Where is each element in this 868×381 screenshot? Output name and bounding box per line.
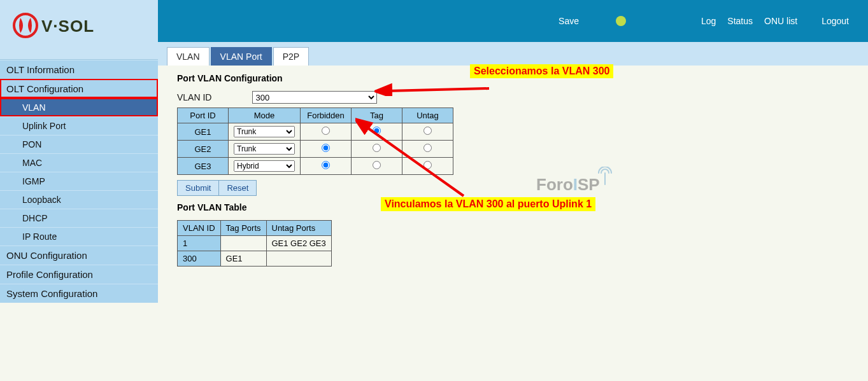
- vlan-tbl-row: 1GE1 GE2 GE3: [178, 236, 332, 251]
- radio-tag[interactable]: [373, 127, 381, 135]
- radio-untag[interactable]: [423, 127, 432, 135]
- onu-list-link[interactable]: ONU list: [764, 16, 797, 26]
- cfg-header: Port ID: [178, 108, 229, 123]
- sidebar-item-uplink-port[interactable]: Uplink Port: [0, 116, 158, 135]
- vlan-tbl-header: Untag Ports: [266, 221, 331, 236]
- sidebar-item-onu-configuration[interactable]: ONU Configuration: [0, 246, 158, 265]
- untag-ports-cell: GE1 GE2 GE3: [266, 236, 331, 251]
- log-link[interactable]: Log: [701, 16, 716, 26]
- cfg-row: GE3Hybrid: [178, 158, 453, 175]
- sidebar-item-loopback[interactable]: Loopback: [0, 190, 158, 209]
- tag-ports-cell: GE1: [220, 251, 266, 267]
- vlan-tbl-row: 300GE1: [178, 251, 332, 267]
- untag-ports-cell: [266, 251, 331, 267]
- vlan-id-label: VLAN ID: [177, 92, 211, 102]
- status-indicator-icon: [616, 16, 626, 26]
- sidebar-item-system-configuration[interactable]: System Configuration: [0, 284, 158, 303]
- vlan-id-select[interactable]: 300: [252, 91, 377, 104]
- radio-tag[interactable]: [373, 144, 381, 152]
- submit-button[interactable]: Submit: [177, 180, 219, 196]
- sidebar: V·SOL OLT InformationOLT ConfigurationVL…: [0, 0, 158, 303]
- sidebar-item-pon[interactable]: PON: [0, 135, 158, 153]
- mode-select[interactable]: Trunk: [234, 143, 295, 155]
- port-vlan-table: VLAN IDTag PortsUntag Ports1GE1 GE2 GE33…: [177, 220, 332, 267]
- radio-forbidden[interactable]: [322, 161, 330, 169]
- svg-point-0: [14, 14, 37, 37]
- radio-forbidden[interactable]: [322, 144, 330, 152]
- annotation-select-vlan: Seleccionamos la VLAN 300: [470, 64, 613, 78]
- mode-select[interactable]: Trunk: [234, 126, 295, 137]
- radio-forbidden[interactable]: [322, 127, 330, 135]
- sidebar-item-mac[interactable]: MAC: [0, 153, 158, 172]
- reset-button[interactable]: Reset: [219, 180, 257, 196]
- port-config-table: Port IDModeForbiddenTagUntagGE1TrunkGE2T…: [177, 107, 453, 175]
- status-link[interactable]: Status: [727, 16, 753, 26]
- sidebar-item-vlan[interactable]: VLAN: [0, 98, 158, 116]
- sidebar-item-olt-information[interactable]: OLT Information: [0, 60, 158, 79]
- cfg-header: Mode: [229, 108, 301, 123]
- port-id: GE1: [178, 123, 229, 141]
- vlan-id-cell: 1: [178, 236, 221, 251]
- port-id: GE3: [178, 158, 229, 175]
- port-id: GE2: [178, 141, 229, 158]
- brand-name: V·SOL: [41, 17, 94, 36]
- brand-icon: [13, 13, 38, 40]
- cfg-header: Untag: [402, 108, 453, 123]
- vlan-tbl-header: VLAN ID: [178, 221, 221, 236]
- tab-p2p[interactable]: P2P: [273, 47, 309, 66]
- sidebar-item-ip-route[interactable]: IP Route: [0, 227, 158, 246]
- cfg-row: GE1Trunk: [178, 123, 453, 141]
- logo-area: V·SOL: [0, 0, 158, 60]
- tab-vlan-port[interactable]: VLAN Port: [211, 47, 272, 66]
- sidebar-item-dhcp[interactable]: DHCP: [0, 209, 158, 227]
- radio-untag[interactable]: [423, 161, 432, 169]
- cfg-row: GE2Trunk: [178, 141, 453, 158]
- content-area: Port VLAN Configuration VLAN ID 300 Port…: [158, 66, 868, 274]
- tab-vlan[interactable]: VLAN: [167, 47, 210, 66]
- annotation-link-uplink: Vinculamos la VLAN 300 al puerto Uplink …: [381, 197, 595, 211]
- topbar: Save Log Status ONU list Logout: [158, 0, 868, 42]
- cfg-header: Forbidden: [301, 108, 352, 123]
- cfg-header: Tag: [352, 108, 402, 123]
- radio-untag[interactable]: [423, 144, 432, 152]
- sidebar-item-olt-configuration[interactable]: OLT Configuration: [0, 79, 158, 98]
- vlan-id-cell: 300: [178, 251, 221, 267]
- radio-tag[interactable]: [373, 161, 381, 169]
- tag-ports-cell: [220, 236, 266, 251]
- sidebar-item-profile-configuration[interactable]: Profile Configuration: [0, 265, 158, 284]
- save-link[interactable]: Save: [559, 16, 579, 26]
- logout-link[interactable]: Logout: [822, 16, 849, 26]
- vlan-tbl-header: Tag Ports: [220, 221, 266, 236]
- tab-row: VLANVLAN PortP2P: [158, 42, 868, 66]
- sidebar-item-igmp[interactable]: IGMP: [0, 172, 158, 190]
- mode-select[interactable]: Hybrid: [234, 160, 295, 172]
